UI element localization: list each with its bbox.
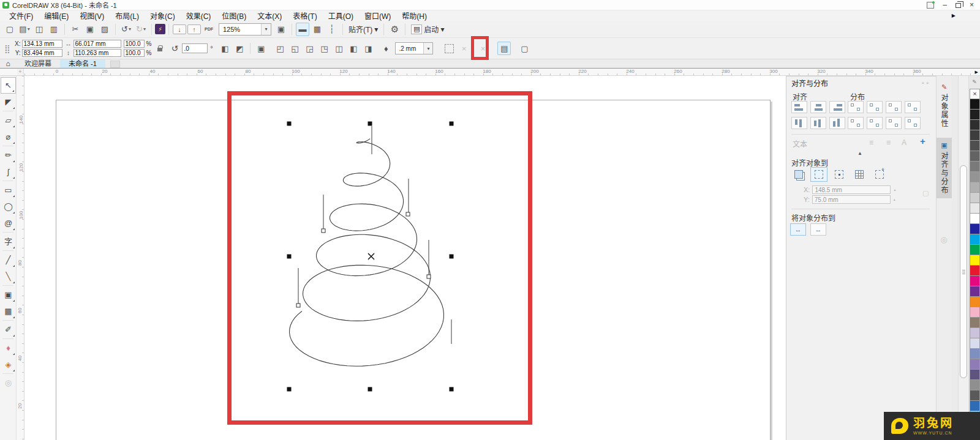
weld-button[interactable]: ◰ [273,42,287,55]
tab-untitled-document[interactable]: 未命名 -1 [60,59,105,68]
distribute-right-button[interactable] [905,101,921,113]
fullscreen-preview-button[interactable]: ▣ [274,23,288,36]
ruler-origin-icon[interactable]: + [17,69,24,75]
menu-item[interactable]: 窗口(W) [359,10,396,21]
tool-interactive-fill[interactable]: ◎ [1,375,16,391]
color-swatch[interactable] [970,359,980,370]
object-height-input[interactable] [74,49,121,57]
distribute-spacing-v-button[interactable] [886,117,902,129]
color-swatch[interactable] [970,390,980,401]
tool-ellipse[interactable]: ◯ [1,198,16,215]
align-center-h-button[interactable] [810,101,826,113]
outline-width-combo[interactable]: .2 mm ▾ [395,42,433,54]
color-swatch[interactable] [970,318,980,328]
rounded-corner-button[interactable]: ▢ [518,42,531,55]
menu-item[interactable]: 位图(B) [216,10,252,21]
menu-item[interactable]: 文本(X) [252,10,287,21]
copy-button[interactable]: ▣ [83,23,97,36]
color-swatch[interactable] [970,120,980,130]
tab-align-distribute[interactable]: ▣ 对齐与分布 [937,138,952,198]
color-swatch[interactable] [970,297,980,307]
tool-zoom[interactable]: ⌀ [1,129,16,145]
swatch-no-color[interactable]: × [970,89,980,99]
color-swatch[interactable] [970,266,980,276]
align-top-button[interactable] [791,117,807,129]
home-icon[interactable]: ⌂ [0,59,16,68]
intersect-button[interactable]: ◲ [303,42,316,55]
align-left-button[interactable] [791,101,807,113]
tool-spiral[interactable]: @ [1,215,16,231]
open-button[interactable]: ▤▾ [18,23,31,36]
align-to-specified-point-button[interactable] [871,167,888,182]
launch-dropdown[interactable]: ▤启动▾ [409,24,447,34]
redo-button[interactable]: ↻▾ [134,23,148,36]
simplify-button[interactable]: ◳ [317,42,331,55]
tool-connector[interactable]: ╲ [1,268,16,285]
color-swatch[interactable] [970,338,980,349]
docker-window-icons[interactable]: ▫▫ [922,80,931,86]
mirror-horizontal-button[interactable]: ◧ [218,42,232,55]
color-swatch[interactable] [970,349,980,359]
export-button[interactable]: ↑ [187,24,201,34]
align-to-grid-button[interactable] [851,167,868,182]
print-button[interactable]: ▥ [47,23,61,36]
align-center-v-button[interactable] [810,117,826,129]
collapsed-docker-icon[interactable]: ◎ [937,235,951,244]
tab-object-properties[interactable]: ✎ 对象属性 [937,80,952,132]
color-swatch[interactable] [970,151,980,162]
front-minus-back-button[interactable]: ◫ [332,42,345,55]
tab-welcome-screen[interactable]: 欢迎屏幕 [16,59,60,68]
menu-item[interactable]: 文件(F) [4,10,39,21]
menu-item[interactable]: 工具(O) [323,10,359,21]
color-swatch[interactable] [970,276,980,286]
save-button[interactable]: ◫ [32,23,46,36]
menu-overflow-icon[interactable]: ▶ [952,13,956,18]
trim-button[interactable]: ◱ [288,42,301,55]
color-swatch[interactable] [970,214,980,224]
tool-pick[interactable]: ↖ [1,77,16,94]
zoom-level-combo[interactable]: 125% ▾ [219,23,271,35]
combine-button[interactable]: ▣ [254,42,268,55]
color-swatch[interactable] [970,130,980,141]
color-swatch[interactable] [970,193,980,203]
color-swatch[interactable] [970,245,980,255]
paste-button[interactable]: ▨ [98,23,111,36]
color-swatch[interactable] [970,380,980,390]
menu-item[interactable]: 视图(V) [74,10,110,21]
chevron-down-icon[interactable]: ▾ [261,24,271,35]
collapse-section-arrow[interactable]: ▲ [858,151,862,156]
tool-shape[interactable]: ◤ [1,94,16,110]
color-swatch[interactable] [970,255,980,266]
color-swatch[interactable] [970,162,980,172]
tool-crop[interactable]: ▱ [1,112,16,129]
palette-pencil-icon[interactable]: ✎ [969,76,980,89]
color-swatch[interactable] [970,224,980,234]
undo-button[interactable]: ↺▾ [119,23,133,36]
menu-item[interactable]: 帮助(H) [396,10,432,21]
scale-v-input[interactable] [124,49,145,57]
search-content-button[interactable]: ⚡ [155,24,165,34]
scrollbar-thumb[interactable] [960,165,967,378]
show-rulers-button[interactable]: ▬ [296,23,309,36]
tool-extrude[interactable]: ▣ [1,286,16,303]
color-swatch[interactable] [970,234,980,245]
align-right-button[interactable] [829,101,845,113]
tool-freehand[interactable]: ✏ [1,147,16,163]
distribute-top-button[interactable] [848,117,864,129]
distribute-to-selection-button[interactable]: ↔ [790,223,806,236]
distribute-to-page-button[interactable]: ↔ [810,223,826,236]
menu-item[interactable]: 布局(L) [110,10,145,21]
text-wrap-button[interactable]: ▤ [497,42,511,55]
tool-smart-fill[interactable]: ◈ [1,356,16,373]
align-bottom-button[interactable] [829,117,845,129]
menu-item[interactable]: 编辑(E) [39,10,74,21]
color-swatch[interactable] [970,370,980,380]
close-button[interactable]: × [970,1,974,9]
menu-item[interactable]: 对象(C) [145,10,181,21]
object-y-input[interactable] [22,49,62,57]
show-guidelines-button[interactable]: ┆ [325,23,339,36]
show-grid-button[interactable]: ▦ [311,23,324,36]
color-swatch[interactable] [970,172,980,182]
color-swatch[interactable] [970,182,980,193]
color-swatch[interactable] [970,401,980,411]
